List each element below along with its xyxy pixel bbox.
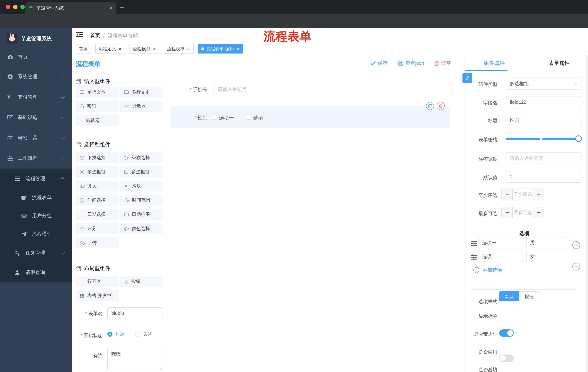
radio-on-label[interactable]: 开启 (115, 331, 125, 337)
tab-form-props[interactable]: 表单属性 (530, 55, 588, 71)
sidebar-item-task-mgmt[interactable]: 任务管理 (0, 244, 72, 261)
gender-checkbox-2[interactable] (246, 115, 251, 120)
chip-row-container[interactable]: 行容器 (76, 276, 119, 287)
chip-password[interactable]: 密码 (76, 101, 119, 112)
chip-radio-group[interactable]: 单选框组 (76, 166, 119, 177)
chip-table-dev[interactable]: 表格[开发中] (76, 290, 119, 301)
phone-field[interactable] (214, 83, 452, 95)
tag-close-icon[interactable] (152, 47, 156, 51)
component-type-select[interactable]: 多选框组 (506, 77, 581, 90)
chip-time-range[interactable]: 时间范围 (120, 195, 163, 206)
option-drag-handle-icon[interactable] (471, 241, 477, 246)
stepper-plus-icon[interactable] (533, 207, 544, 218)
sidebar-item-process-model[interactable]: 流程模型 (0, 226, 72, 242)
tag-close-icon[interactable] (118, 47, 122, 51)
selected-component[interactable]: 性别 选项一 选项二 (171, 106, 450, 128)
stepper-plus-icon[interactable] (533, 189, 544, 200)
option-1-value-input[interactable] (526, 237, 568, 248)
option-drag-handle-icon[interactable] (471, 255, 477, 260)
max-select-stepper[interactable]: 最多可选 (501, 207, 544, 218)
chip-slider[interactable]: 滑块 (120, 181, 163, 191)
chip-time-picker[interactable]: 时间选择 (76, 195, 119, 206)
sidebar-item-payment[interactable]: ¥ 支付管理 (0, 89, 72, 106)
sidebar-item-system[interactable]: 系统管理 (0, 68, 72, 85)
with-border-toggle[interactable] (499, 354, 514, 362)
remove-option-1-button[interactable] (572, 241, 580, 249)
sidebar-item-user-group[interactable]: 用户分组 (0, 207, 72, 224)
sidebar-item-workflow[interactable]: 工作流程 (0, 150, 72, 167)
tagview-process-form-edit[interactable]: 流程表单-编辑 (198, 44, 243, 53)
delete-component-button[interactable] (437, 102, 445, 110)
default-value-input[interactable] (506, 171, 581, 183)
stepper-minus-icon[interactable] (502, 207, 513, 218)
radio-off[interactable] (135, 332, 140, 337)
remove-option-2-button[interactable] (572, 263, 580, 270)
tab-close-icon[interactable]: ✕ (109, 5, 113, 11)
gender-option-1-label[interactable]: 选项一 (219, 115, 234, 121)
option-1-value-field[interactable] (526, 237, 568, 248)
phone-input[interactable] (214, 83, 452, 95)
form-name-field[interactable] (107, 307, 163, 319)
gender-option-2-label[interactable]: 选项二 (253, 115, 268, 121)
view-json-button[interactable]: 查看json (398, 60, 424, 67)
chip-button[interactable]: 按钮 (120, 276, 163, 287)
chip-switch[interactable]: 开关 (76, 181, 119, 191)
option-1-name-input[interactable] (478, 237, 523, 248)
sidebar-item-home[interactable]: 首页 (0, 49, 72, 65)
browser-tab[interactable]: 芋道管理系统 ✕ (25, 2, 116, 14)
show-label-toggle[interactable] (499, 329, 514, 337)
title-field[interactable] (506, 114, 581, 126)
sidebar-item-process-form[interactable]: 流程表单 (0, 189, 72, 206)
sidebar-collapse-icon[interactable] (76, 32, 83, 38)
tag-close-icon[interactable] (187, 47, 190, 51)
radio-on[interactable] (107, 332, 112, 337)
style-default-button[interactable]: 默认 (499, 291, 519, 301)
label-width-field[interactable] (506, 152, 581, 164)
add-option-button[interactable]: 添加选项 (473, 266, 502, 274)
gender-checkbox-1[interactable] (212, 115, 217, 120)
breadcrumb-home[interactable]: 首页 (90, 32, 100, 39)
form-name-input[interactable] (107, 307, 163, 319)
tagview-process-model[interactable]: 流程模型 (129, 44, 159, 53)
window-zoom-button[interactable] (20, 5, 25, 9)
panel-scrollbar[interactable] (585, 55, 588, 372)
chip-dropdown[interactable]: 下拉选择 (76, 152, 119, 163)
window-close-button[interactable] (6, 5, 10, 9)
chip-editor[interactable]: 编辑器 (76, 115, 119, 126)
option-2-name-field[interactable] (478, 251, 523, 262)
chip-cascader[interactable]: 级联选择 (120, 152, 163, 163)
grid-slider[interactable] (506, 138, 578, 140)
save-button[interactable]: 保存 (370, 60, 388, 67)
min-select-stepper[interactable]: 至少应选 (501, 189, 544, 200)
tag-close-icon[interactable] (236, 47, 240, 51)
option-2-value-input[interactable] (526, 251, 568, 262)
title-input[interactable] (506, 114, 581, 126)
copy-component-button[interactable] (426, 102, 434, 110)
sidebar-item-process-mgmt[interactable]: 流程管理 (0, 170, 72, 187)
label-width-input[interactable] (506, 152, 581, 164)
chip-rate[interactable]: 评分 (76, 223, 119, 234)
tagview-process-def[interactable]: 流程定义 (95, 44, 125, 53)
option-1-name-field[interactable] (478, 237, 523, 248)
clear-button[interactable]: 清空 (434, 60, 451, 67)
radio-off-label[interactable]: 关闭 (143, 331, 152, 337)
chip-date-range[interactable]: 日期范围 (120, 209, 163, 220)
new-tab-button[interactable]: + (120, 4, 124, 11)
sidebar-item-devtools[interactable]: 研发工具 (0, 130, 72, 146)
default-value-field[interactable] (506, 171, 581, 183)
remark-textarea[interactable]: 嘿嘿 (107, 348, 163, 371)
tagview-process-form[interactable]: 流程表单 (164, 44, 194, 53)
stepper-minus-icon[interactable] (502, 189, 513, 200)
field-name-input[interactable] (506, 96, 581, 108)
option-2-value-field[interactable] (526, 251, 568, 262)
tab-component-props[interactable]: 组件属性 (465, 55, 524, 71)
remark-field[interactable]: 嘿嘿 (107, 348, 163, 371)
tagview-home[interactable]: 首页 (76, 44, 91, 53)
chip-counter[interactable]: 123 计数器 (120, 101, 163, 112)
sidebar-item-infra[interactable]: 基础设施 (0, 109, 72, 126)
field-name-field[interactable] (506, 96, 581, 108)
chip-color-picker[interactable]: 颜色选择 (120, 223, 163, 234)
window-minimize-button[interactable] (13, 5, 18, 9)
style-button-button[interactable]: 按钮 (519, 291, 539, 301)
sidebar-item-leave-query[interactable]: 请假查询 (0, 264, 72, 281)
